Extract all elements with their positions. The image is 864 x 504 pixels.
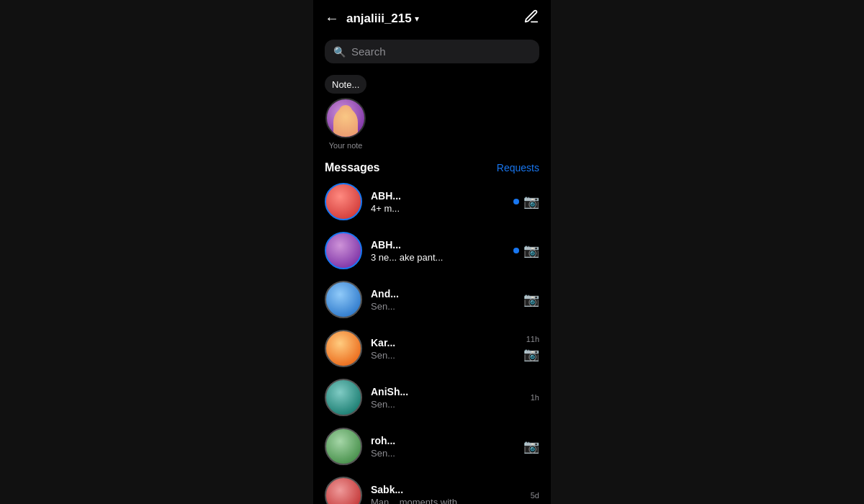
message-preview: Sen...: [371, 448, 515, 459]
message-name: And...: [371, 288, 515, 300]
note-bubble: Note...: [325, 75, 366, 94]
list-item[interactable]: Sabk... Man... moments with ... 5d: [313, 471, 551, 504]
message-preview: Sen...: [371, 301, 515, 312]
message-list: ABH... 4+ m... 📷 ABH... 3 ne... ake pant…: [313, 177, 551, 504]
note-avatar: [325, 98, 366, 138]
meta-row: 📷: [513, 194, 539, 210]
header: ← anjaliii_215 ▾: [313, 0, 551, 37]
message-preview: Sen...: [371, 350, 515, 361]
avatar: [325, 232, 362, 269]
search-icon: 🔍: [333, 46, 346, 58]
compose-icon[interactable]: [523, 9, 539, 28]
message-preview: 4+ m...: [371, 203, 505, 214]
message-meta: 📷: [523, 438, 539, 454]
avatar: [325, 477, 362, 504]
camera-icon[interactable]: 📷: [523, 438, 539, 454]
message-content: Kar... Sen...: [371, 337, 515, 361]
username-row: anjaliii_215 ▾: [346, 12, 419, 26]
avatar: [325, 379, 362, 416]
meta-row: 📷: [513, 243, 539, 258]
camera-icon[interactable]: 📷: [523, 346, 539, 362]
avatar: [325, 281, 362, 318]
username: anjaliii_215: [346, 12, 412, 26]
list-item[interactable]: ABH... 4+ m... 📷: [313, 177, 551, 226]
search-bar[interactable]: 🔍 Search: [325, 40, 539, 63]
messages-header: Messages Requests: [313, 156, 551, 177]
message-content: AniSh... Sen...: [371, 386, 522, 410]
list-item[interactable]: roh... Sen... 📷: [313, 422, 551, 471]
message-time: 1h: [531, 393, 539, 402]
message-time: 11h: [526, 335, 539, 343]
message-content: And... Sen...: [371, 288, 515, 312]
avatar: [325, 330, 362, 367]
chevron-down-icon[interactable]: ▾: [415, 14, 419, 24]
message-meta: 📷: [523, 292, 539, 307]
message-name: Sabk...: [371, 484, 522, 495]
unread-dot: [513, 199, 519, 204]
back-button[interactable]: ←: [325, 10, 339, 27]
search-placeholder: Search: [351, 45, 386, 58]
camera-icon[interactable]: 📷: [523, 292, 539, 307]
note-avatar-wrapper[interactable]: Note... Your note: [325, 75, 366, 150]
header-left: ← anjaliii_215 ▾: [325, 10, 419, 27]
message-time: 5d: [531, 491, 539, 500]
avatar-figure: [333, 108, 358, 137]
phone-container: ← anjaliii_215 ▾ 🔍 Search Note...: [313, 0, 551, 504]
message-name: ABH...: [371, 190, 505, 202]
message-content: roh... Sen...: [371, 435, 515, 459]
list-item[interactable]: Kar... Sen... 11h 📷: [313, 324, 551, 373]
unread-dot: [513, 248, 519, 253]
list-item[interactable]: AniSh... Sen... 1h: [313, 373, 551, 422]
list-item[interactable]: ABH... 3 ne... ake pant... 📷: [313, 226, 551, 275]
message-name: AniSh...: [371, 386, 522, 397]
message-meta: 1h: [531, 393, 539, 402]
your-note-label: Your note: [329, 141, 363, 150]
message-meta: 11h 📷: [523, 335, 539, 362]
message-preview: Sen...: [371, 399, 522, 410]
avatar: [325, 428, 362, 465]
list-item[interactable]: And... Sen... 📷: [313, 275, 551, 324]
message-content: ABH... 3 ne... ake pant...: [371, 239, 505, 263]
requests-button[interactable]: Requests: [497, 162, 539, 174]
note-bubble-text: Note...: [332, 79, 359, 90]
avatar: [325, 183, 362, 220]
message-meta: 5d: [531, 491, 539, 500]
camera-icon[interactable]: 📷: [523, 243, 539, 258]
message-content: Sabk... Man... moments with ...: [371, 484, 522, 505]
message-content: ABH... 4+ m...: [371, 190, 505, 214]
messages-label: Messages: [325, 161, 380, 174]
message-name: roh...: [371, 435, 515, 446]
message-name: Kar...: [371, 337, 515, 348]
message-preview: 3 ne... ake pant...: [371, 252, 505, 263]
camera-icon[interactable]: 📷: [523, 194, 539, 210]
message-meta: 📷: [513, 194, 539, 210]
message-preview: Man... moments with ...: [371, 497, 522, 505]
notes-section: Note... Your note: [313, 69, 551, 156]
message-meta: 📷: [513, 243, 539, 258]
message-name: ABH...: [371, 239, 505, 251]
